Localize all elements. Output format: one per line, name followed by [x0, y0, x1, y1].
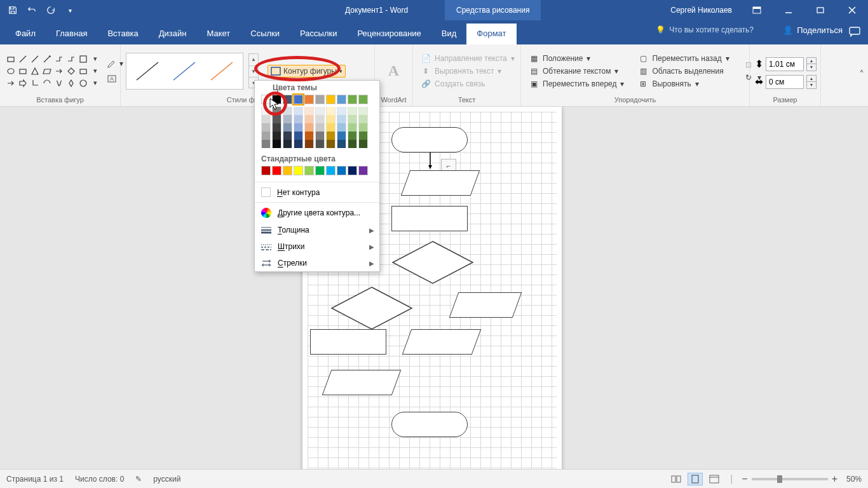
- shade-swatch[interactable]: [272, 140, 281, 148]
- zoom-out-button[interactable]: −: [742, 473, 747, 485]
- shade-swatch[interactable]: [294, 123, 303, 132]
- shade-swatch[interactable]: [326, 107, 336, 115]
- word-count[interactable]: Число слов: 0: [75, 475, 124, 484]
- shade-swatch[interactable]: [358, 107, 368, 115]
- shade-swatch[interactable]: [283, 132, 292, 140]
- document-workspace[interactable]: ⌐: [0, 107, 868, 469]
- shade-swatch[interactable]: [326, 140, 336, 148]
- connector-arrow[interactable]: [428, 152, 432, 170]
- shade-swatch[interactable]: [326, 115, 336, 123]
- flowchart-data-3[interactable]: [402, 329, 482, 355]
- shade-swatch[interactable]: [358, 123, 368, 132]
- save-button[interactable]: [4, 1, 22, 19]
- page-count[interactable]: Страница 1 из 1: [6, 475, 64, 484]
- comments-button[interactable]: [846, 24, 863, 39]
- shade-swatch[interactable]: [261, 132, 271, 140]
- shade-swatch[interactable]: [283, 107, 292, 115]
- align-button[interactable]: ⊞Выровнять ▾: [635, 78, 731, 90]
- shade-swatch[interactable]: [315, 123, 325, 132]
- tab-insert[interactable]: Вставка: [97, 24, 148, 44]
- flowchart-terminator-2[interactable]: [391, 412, 468, 437]
- standard-color-swatch[interactable]: [358, 166, 368, 175]
- standard-color-swatch[interactable]: [304, 166, 314, 175]
- web-layout-button[interactable]: [707, 473, 722, 485]
- send-backward-button[interactable]: ▢Переместить назад ▾: [635, 53, 731, 64]
- shade-swatch[interactable]: [304, 123, 314, 132]
- shade-swatch[interactable]: [348, 132, 357, 140]
- tab-design[interactable]: Дизайн: [149, 24, 197, 44]
- shade-swatch[interactable]: [348, 107, 357, 115]
- shape-outline-button[interactable]: Контур фигуры ▾: [268, 65, 346, 78]
- shade-swatch[interactable]: [294, 115, 303, 123]
- shade-swatch[interactable]: [337, 140, 346, 148]
- tab-references[interactable]: Ссылки: [240, 24, 290, 44]
- shade-swatch[interactable]: [272, 132, 281, 140]
- dashes-item[interactable]: Штрихи▶: [255, 238, 379, 255]
- theme-color-swatch[interactable]: [283, 95, 292, 104]
- flowchart-process-1[interactable]: [391, 206, 468, 231]
- language[interactable]: русский: [153, 475, 180, 484]
- zoom-in-button[interactable]: +: [832, 473, 837, 485]
- standard-color-swatch[interactable]: [283, 166, 292, 175]
- gallery-up-button[interactable]: ▲: [249, 54, 258, 65]
- shade-swatch[interactable]: [304, 132, 314, 140]
- zoom-slider[interactable]: [752, 478, 828, 480]
- theme-color-swatch[interactable]: [348, 95, 357, 104]
- theme-color-swatch[interactable]: [272, 95, 281, 104]
- tab-mailings[interactable]: Рассылки: [290, 24, 347, 44]
- theme-color-swatch[interactable]: [326, 95, 336, 104]
- theme-color-swatch[interactable]: [304, 95, 314, 104]
- shade-swatch[interactable]: [294, 107, 303, 115]
- flowchart-process-2[interactable]: [310, 329, 386, 355]
- user-name[interactable]: Сергей Николаев: [670, 6, 732, 15]
- standard-color-swatch[interactable]: [261, 166, 271, 175]
- theme-color-swatch[interactable]: [358, 95, 368, 104]
- more-colors-item[interactable]: Другие цвета контура...: [255, 204, 379, 222]
- shade-swatch[interactable]: [261, 107, 271, 115]
- weight-item[interactable]: Толщина▶: [255, 222, 379, 238]
- shade-swatch[interactable]: [294, 140, 303, 148]
- selection-pane-button[interactable]: ▥Область выделения: [635, 65, 731, 77]
- standard-color-swatch[interactable]: [337, 166, 346, 175]
- shade-swatch[interactable]: [304, 140, 314, 148]
- shape-height-input[interactable]: [766, 57, 804, 71]
- shade-swatch[interactable]: [348, 140, 357, 148]
- shade-swatch[interactable]: [315, 132, 325, 140]
- ribbon-display-button[interactable]: [743, 0, 770, 20]
- flowchart-data-4[interactable]: [322, 370, 402, 395]
- width-spinner[interactable]: ▲▼: [806, 75, 817, 89]
- shade-swatch[interactable]: [326, 123, 336, 132]
- read-mode-button[interactable]: [668, 473, 684, 485]
- shapes-gallery[interactable]: ▾ ▾ ▾: [5, 53, 101, 89]
- tab-home[interactable]: Главная: [46, 24, 97, 44]
- shade-swatch[interactable]: [348, 115, 357, 123]
- shade-swatch[interactable]: [283, 140, 292, 148]
- tell-me-search[interactable]: 💡 Что вы хотите сделать?: [656, 25, 754, 34]
- shade-swatch[interactable]: [358, 115, 368, 123]
- maximize-button[interactable]: [807, 0, 834, 20]
- flowchart-data-1[interactable]: [401, 170, 480, 196]
- spell-check-icon[interactable]: ✎: [135, 475, 142, 484]
- standard-color-swatch[interactable]: [315, 166, 325, 175]
- standard-color-swatch[interactable]: [326, 166, 336, 175]
- tab-file[interactable]: Файл: [5, 24, 46, 44]
- shade-swatch[interactable]: [326, 132, 336, 140]
- position-button[interactable]: ▦Положение ▾: [526, 53, 627, 64]
- shade-swatch[interactable]: [304, 107, 314, 115]
- zoom-level[interactable]: 50%: [846, 475, 862, 484]
- tab-layout[interactable]: Макет: [196, 24, 240, 44]
- theme-color-swatch[interactable]: [315, 95, 325, 104]
- shade-swatch[interactable]: [358, 140, 368, 148]
- shade-swatch[interactable]: [337, 107, 346, 115]
- shape-width-input[interactable]: [766, 75, 804, 89]
- shade-swatch[interactable]: [272, 115, 281, 123]
- shade-swatch[interactable]: [348, 123, 357, 132]
- bring-forward-button[interactable]: ▣Переместить вперед ▾: [526, 78, 627, 90]
- minimize-button[interactable]: [775, 0, 802, 20]
- tab-format[interactable]: Формат: [466, 24, 516, 44]
- standard-color-swatch[interactable]: [272, 166, 281, 175]
- flowchart-terminator-1[interactable]: [391, 127, 468, 152]
- standard-color-swatch[interactable]: [348, 166, 357, 175]
- shade-swatch[interactable]: [315, 107, 325, 115]
- shade-swatch[interactable]: [337, 123, 346, 132]
